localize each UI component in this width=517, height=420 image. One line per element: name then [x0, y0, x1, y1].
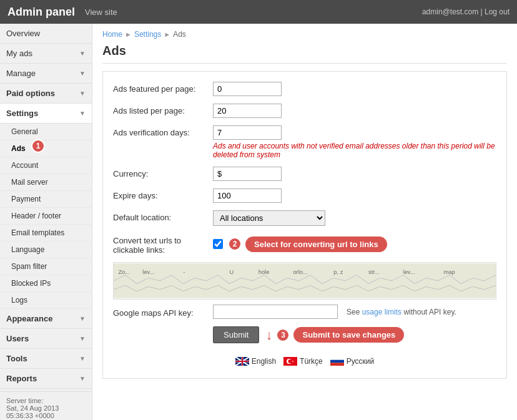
sidebar-subitem-emailtemplates[interactable]: Email templates [0, 225, 92, 242]
sidebar-item-reports[interactable]: Reports ▼ [0, 369, 92, 389]
lang-english[interactable]: English [235, 357, 276, 366]
server-time: Server time: Sat, 24 Aug 2013 05:36:33 +… [0, 391, 92, 420]
callout-2-container: 2 Select for converting url to links [228, 237, 387, 252]
sidebar-subitem-account[interactable]: Account [0, 157, 92, 174]
ads-form: Ads featured per page: Ads listed per pa… [102, 71, 507, 379]
sidebar-item-tools[interactable]: Tools ▼ [0, 349, 92, 369]
svg-text:Zo...: Zo... [118, 269, 130, 275]
label-submit-spacer [113, 334, 213, 336]
svg-text:U: U [229, 269, 234, 275]
input-apikey[interactable] [213, 305, 338, 319]
form-row-featured: Ads featured per page: [113, 82, 496, 96]
main-content: Home ► Settings ► Ads Ads Ads featured p… [92, 24, 517, 420]
chevron-down-icon: ▼ [79, 110, 86, 117]
flag-russian [330, 357, 344, 366]
flag-english [235, 357, 249, 366]
apikey-note: See usage limits without API key. [347, 308, 456, 316]
sidebar-item-users[interactable]: Users ▼ [0, 329, 92, 349]
control-verification: Ads and user accounts with not verified … [213, 125, 496, 159]
breadcrumb-sep1: ► [125, 31, 132, 38]
sidebar-subitem-blockedips[interactable]: Blocked IPs [0, 275, 92, 292]
callout-text-3: Submit to save changes [293, 327, 404, 343]
form-row-currency: Currency: [113, 167, 496, 181]
page-title: Ads [102, 44, 507, 64]
view-site-link[interactable]: View site [85, 7, 117, 17]
label-location: Default location: [113, 210, 213, 222]
sidebar: Overview My ads ▼ Manage ▼ Paid options … [0, 24, 92, 420]
sidebar-subitem-ads[interactable]: Ads 1 [0, 140, 92, 157]
callout-badge-2: 2 [228, 237, 242, 251]
callout-badge-1: 1 [31, 139, 45, 153]
sidebar-item-myads[interactable]: My ads ▼ [0, 44, 92, 64]
svg-text:-: - [183, 269, 185, 275]
input-expiredays[interactable] [213, 188, 282, 203]
sidebar-item-settings[interactable]: Settings ▼ [0, 104, 92, 124]
map-area: Zo... lev... - U hole orlo... p, z str..… [113, 262, 496, 300]
user-email: admin@test.com [422, 7, 478, 16]
sidebar-item-overview[interactable]: Overview [0, 24, 92, 44]
select-location[interactable]: All locations [213, 210, 325, 226]
form-row-location: Default location: All locations [113, 210, 496, 226]
sidebar-subitem-general[interactable]: General [0, 124, 92, 140]
chevron-down-icon: ▼ [79, 375, 86, 382]
input-currency[interactable] [213, 167, 282, 181]
form-row-verification: Ads verification days: Ads and user acco… [113, 125, 496, 159]
input-featured[interactable] [213, 82, 282, 96]
input-verification[interactable] [213, 125, 282, 140]
svg-text:lev...: lev... [403, 269, 415, 275]
chevron-down-icon: ▼ [79, 70, 86, 77]
form-row-submit: Submit ↓ 3 Submit to save changes [113, 326, 496, 343]
svg-text:lev...: lev... [142, 269, 154, 275]
lang-russian[interactable]: Русский [330, 357, 375, 366]
control-expiredays [213, 188, 496, 203]
breadcrumb-home[interactable]: Home [102, 30, 122, 39]
sidebar-item-manage[interactable]: Manage ▼ [0, 64, 92, 84]
callout-badge-3: 3 [276, 328, 290, 342]
svg-text:map: map [444, 269, 455, 275]
main-area: Overview My ads ▼ Manage ▼ Paid options … [0, 24, 517, 420]
svg-rect-24 [330, 360, 344, 363]
form-row-converturls: Convert text urls to clickable links: 2 … [113, 233, 496, 255]
label-listed: Ads listed per page: [113, 104, 213, 115]
top-bar: Admin panel View site admin@test.com | L… [0, 0, 517, 24]
sidebar-subitem-logs[interactable]: Logs [0, 292, 92, 309]
label-featured: Ads featured per page: [113, 82, 213, 94]
chevron-down-icon: ▼ [79, 90, 86, 97]
submit-button[interactable]: Submit [213, 326, 259, 343]
svg-point-20 [288, 359, 292, 363]
chevron-down-icon: ▼ [79, 315, 86, 322]
breadcrumb: Home ► Settings ► Ads [102, 30, 507, 39]
label-apikey: Google maps API key: [113, 306, 213, 318]
sidebar-subitem-spamfilter[interactable]: Spam filter [0, 258, 92, 275]
logout-link[interactable]: Log out [485, 7, 510, 16]
svg-rect-25 [330, 363, 344, 366]
sidebar-subitem-mailserver[interactable]: Mail server [0, 174, 92, 191]
label-currency: Currency: [113, 167, 213, 178]
sidebar-subitem-language[interactable]: Language [0, 242, 92, 258]
usage-limits-link[interactable]: usage limits [362, 308, 401, 316]
app-title: Admin panel [7, 6, 75, 19]
control-currency [213, 167, 496, 181]
input-listed[interactable] [213, 104, 282, 118]
label-expiredays: Expire days: [113, 188, 213, 200]
sidebar-subitem-payment[interactable]: Payment [0, 191, 92, 208]
flag-turkish [283, 357, 297, 366]
sidebar-subitem-headerfooter[interactable]: Header / footer [0, 208, 92, 225]
form-row-expiredays: Expire days: [113, 188, 496, 203]
chevron-down-icon: ▼ [79, 50, 86, 57]
control-location: All locations [213, 210, 496, 226]
sidebar-item-appearance[interactable]: Appearance ▼ [0, 309, 92, 329]
svg-text:p, z: p, z [333, 269, 343, 275]
svg-text:orlo...: orlo... [293, 269, 307, 275]
control-submit: Submit ↓ 3 Submit to save changes [213, 326, 496, 343]
control-converturls: 2 Select for converting url to links [213, 237, 496, 252]
svg-text:str...: str... [368, 269, 380, 275]
breadcrumb-settings[interactable]: Settings [134, 30, 161, 39]
lang-turkish[interactable]: Türkçe [283, 357, 323, 366]
checkbox-converturls[interactable] [213, 239, 223, 249]
control-featured [213, 82, 496, 96]
sidebar-item-paidoptions[interactable]: Paid options ▼ [0, 84, 92, 104]
svg-rect-23 [330, 357, 344, 360]
callout-3-container: ↓ 3 Submit to save changes [265, 327, 404, 343]
callout-text-2: Select for converting url to links [245, 237, 387, 252]
